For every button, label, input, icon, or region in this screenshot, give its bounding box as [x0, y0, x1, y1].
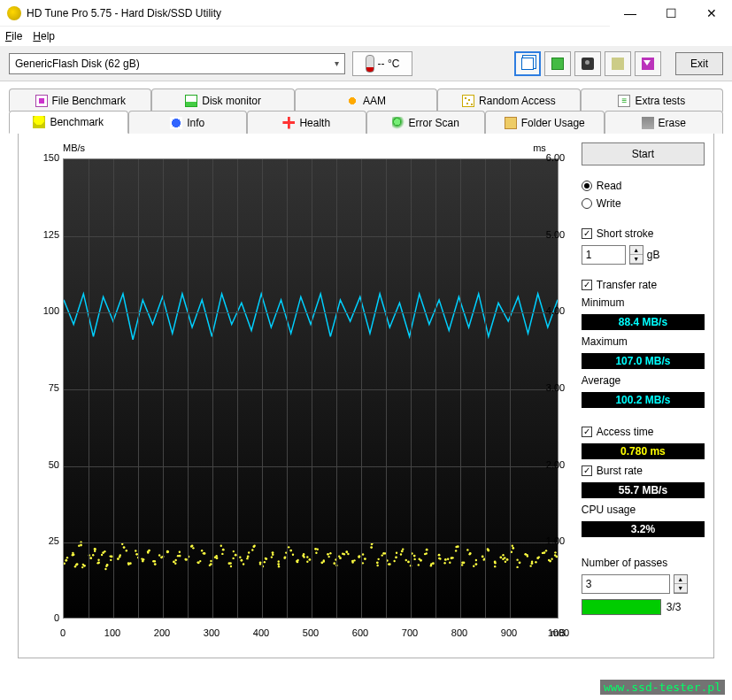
transfer-rate-check[interactable]: Transfer rate [582, 279, 705, 291]
svg-point-125 [303, 553, 304, 555]
svg-point-9 [80, 544, 82, 547]
svg-point-5 [72, 552, 73, 554]
svg-point-217 [494, 565, 496, 567]
error-scan-icon [392, 117, 405, 129]
chart-canvas [63, 158, 559, 619]
x-tick: 1000 [541, 627, 576, 638]
svg-point-19 [94, 548, 96, 550]
svg-point-20 [94, 550, 96, 552]
save-icon [551, 58, 564, 70]
tab-benchmark[interactable]: Benchmark [9, 111, 128, 134]
tab-erase[interactable]: Erase [605, 111, 724, 134]
start-button[interactable]: Start [582, 142, 705, 165]
minimize-button[interactable]: — [610, 0, 651, 27]
svg-point-230 [516, 558, 518, 560]
svg-point-208 [475, 559, 477, 561]
x-tick: 300 [194, 627, 229, 638]
device-select[interactable]: GenericFlash Disk (62 gB) ▾ [9, 53, 345, 74]
svg-point-200 [455, 550, 457, 551]
svg-point-1 [64, 563, 65, 565]
screenshot-button[interactable] [574, 51, 601, 76]
short-stroke-input[interactable]: 1 ▲▼ gB [582, 245, 705, 265]
svg-point-67 [184, 558, 186, 560]
svg-point-15 [89, 557, 92, 559]
svg-point-247 [554, 551, 556, 553]
options-button[interactable] [605, 51, 631, 76]
svg-point-88 [230, 565, 232, 567]
svg-point-2 [66, 557, 68, 558]
svg-point-32 [110, 559, 112, 561]
copy-icon [521, 58, 534, 70]
menu-file[interactable]: File [5, 30, 22, 42]
tab-aam[interactable]: AAM [295, 88, 437, 112]
cpu-usage-label: CPU usage [582, 504, 705, 516]
svg-point-128 [306, 556, 308, 558]
spinner-icon[interactable]: ▲▼ [674, 574, 688, 594]
tab-disk-monitor[interactable]: Disk monitor [151, 88, 294, 112]
svg-point-101 [251, 549, 253, 550]
num-passes-input[interactable]: 3 ▲▼ [582, 574, 705, 594]
svg-point-197 [449, 562, 451, 564]
close-button[interactable]: ✕ [691, 0, 732, 27]
save-button[interactable] [544, 51, 571, 76]
tab-error-scan[interactable]: Error Scan [366, 111, 486, 134]
svg-point-62 [174, 563, 176, 565]
svg-point-122 [296, 560, 297, 562]
svg-point-194 [443, 562, 445, 564]
svg-point-124 [303, 556, 304, 558]
y-right-tick: 5.00 [546, 229, 571, 240]
svg-point-55 [158, 554, 160, 556]
y-right-tick: 3.00 [546, 382, 571, 393]
svg-point-145 [343, 553, 345, 555]
svg-point-192 [444, 558, 447, 561]
write-radio[interactable]: Write [582, 197, 705, 210]
svg-point-149 [353, 559, 355, 561]
y-right-tick: 2.00 [546, 459, 571, 470]
svg-point-226 [512, 544, 513, 546]
svg-point-136 [329, 552, 331, 554]
read-radio[interactable]: Read [582, 180, 705, 192]
short-stroke-check[interactable]: Short stroke [582, 227, 705, 240]
svg-point-228 [519, 561, 521, 564]
svg-point-183 [426, 549, 428, 551]
tab-health[interactable]: Health [247, 111, 366, 134]
minimum-label: Minimum [582, 296, 705, 309]
svg-point-134 [323, 559, 325, 561]
menu-help[interactable]: Help [33, 30, 55, 42]
benchmark-icon [33, 116, 45, 128]
download-button[interactable] [635, 51, 661, 76]
progress-text: 3/3 [667, 601, 682, 613]
svg-point-215 [487, 549, 489, 550]
erase-icon [642, 117, 654, 129]
tab-extra-tests[interactable]: Extra tests [581, 88, 723, 112]
burst-rate-check[interactable]: Burst rate [582, 465, 705, 477]
svg-point-177 [413, 555, 416, 558]
svg-point-94 [243, 563, 244, 565]
svg-point-207 [475, 563, 478, 565]
window-titlebar: HD Tune Pro 5.75 - Hard Disk/SSD Utility… [0, 0, 732, 27]
menu-bar: File Help [0, 27, 732, 46]
svg-point-209 [473, 565, 474, 567]
x-tick: 900 [491, 627, 527, 638]
exit-button[interactable]: Exit [675, 52, 723, 75]
svg-point-206 [468, 553, 470, 555]
y-left-tick: 75 [35, 382, 59, 393]
svg-point-241 [545, 550, 547, 551]
svg-point-196 [451, 557, 453, 558]
copy-button[interactable] [514, 51, 541, 76]
svg-point-92 [233, 550, 235, 552]
maximize-button[interactable]: ☐ [651, 0, 691, 27]
svg-point-25 [101, 554, 103, 556]
maximum-value: 107.0 MB/s [582, 353, 705, 369]
access-time-check[interactable]: Access time [582, 426, 705, 438]
tab-random-access[interactable]: Random Access [437, 88, 580, 112]
svg-point-176 [405, 559, 407, 561]
x-tick: 200 [144, 627, 180, 638]
svg-point-244 [548, 559, 550, 561]
tab-folder-usage[interactable]: Folder Usage [485, 111, 605, 134]
tabs-container: File Benchmark Disk monitor AAM Random A… [0, 81, 732, 658]
spinner-icon[interactable]: ▲▼ [629, 245, 643, 265]
tab-file-benchmark[interactable]: File Benchmark [9, 88, 151, 112]
svg-point-44 [135, 550, 136, 551]
tab-info[interactable]: Info [128, 111, 248, 134]
